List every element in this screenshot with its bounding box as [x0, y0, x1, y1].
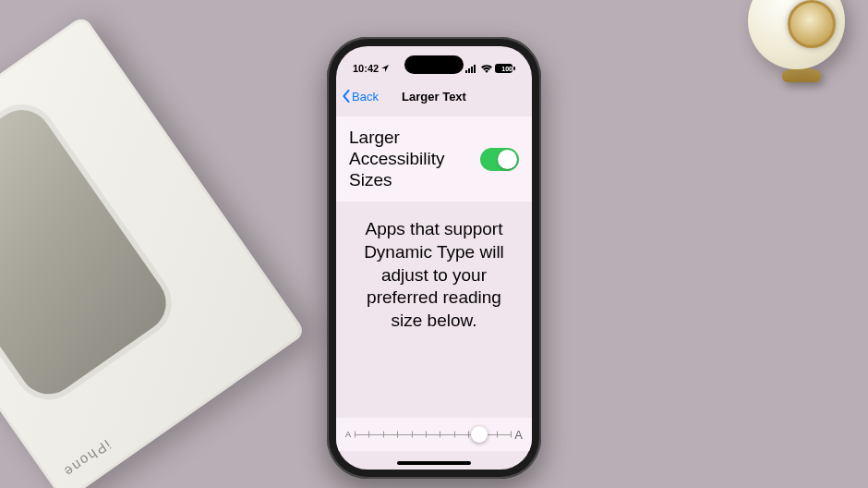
status-left: 10:42 — [353, 63, 389, 74]
back-label: Back — [352, 90, 379, 104]
location-icon — [381, 65, 389, 72]
battery-percent: 100 — [501, 66, 512, 72]
slider-tick — [412, 432, 413, 438]
home-indicator[interactable] — [397, 461, 471, 465]
slider-max-label: A — [514, 428, 523, 442]
svg-rect-0 — [465, 70, 467, 73]
page-title: Larger Text — [402, 90, 466, 104]
slider-tick — [383, 432, 384, 438]
slider-tick — [511, 432, 512, 438]
chevron-left-icon — [342, 90, 351, 103]
status-time: 10:42 — [353, 63, 379, 74]
box-brand-text: iPhone — [60, 437, 114, 482]
text-size-slider-region: A A — [336, 418, 532, 451]
cellular-icon — [465, 65, 478, 73]
clock-ornament — [748, 0, 854, 120]
iphone-box-prop: iPhone — [0, 15, 307, 488]
larger-sizes-row: Larger Accessibility Sizes — [336, 116, 532, 201]
svg-rect-1 — [468, 68, 470, 73]
larger-sizes-toggle[interactable] — [480, 148, 519, 171]
slider-tick — [426, 432, 427, 438]
svg-rect-2 — [471, 67, 473, 73]
content-area: Larger Accessibility Sizes Apps that sup… — [336, 116, 532, 470]
iphone-device: 10:42 100 Back Larger Text Larger Access… — [327, 37, 541, 479]
slider-min-label: A — [345, 430, 351, 439]
text-size-slider[interactable] — [355, 425, 511, 444]
ornament-clock-face — [788, 0, 836, 48]
toggle-knob — [498, 150, 517, 169]
ornament-ball — [748, 0, 845, 69]
dynamic-island — [404, 55, 464, 74]
slider-tick — [440, 432, 440, 438]
slider-tick — [397, 432, 398, 438]
svg-rect-5 — [513, 67, 515, 70]
svg-rect-3 — [474, 65, 476, 73]
slider-tick — [497, 432, 498, 438]
ornament-foot — [782, 67, 821, 82]
wifi-icon — [481, 65, 492, 73]
slider-tick — [355, 432, 356, 438]
slider-tick — [368, 432, 369, 438]
slider-tick — [468, 432, 469, 438]
slider-tick — [454, 432, 455, 438]
phone-screen: 10:42 100 Back Larger Text Larger Access… — [336, 46, 532, 470]
nav-bar: Back Larger Text — [336, 81, 532, 111]
dynamic-type-description: Apps that support Dynamic Type will adju… — [336, 201, 532, 332]
back-button[interactable]: Back — [342, 90, 379, 104]
slider-thumb[interactable] — [471, 426, 488, 443]
larger-sizes-label: Larger Accessibility Sizes — [349, 128, 469, 190]
status-right: 100 — [465, 64, 515, 73]
